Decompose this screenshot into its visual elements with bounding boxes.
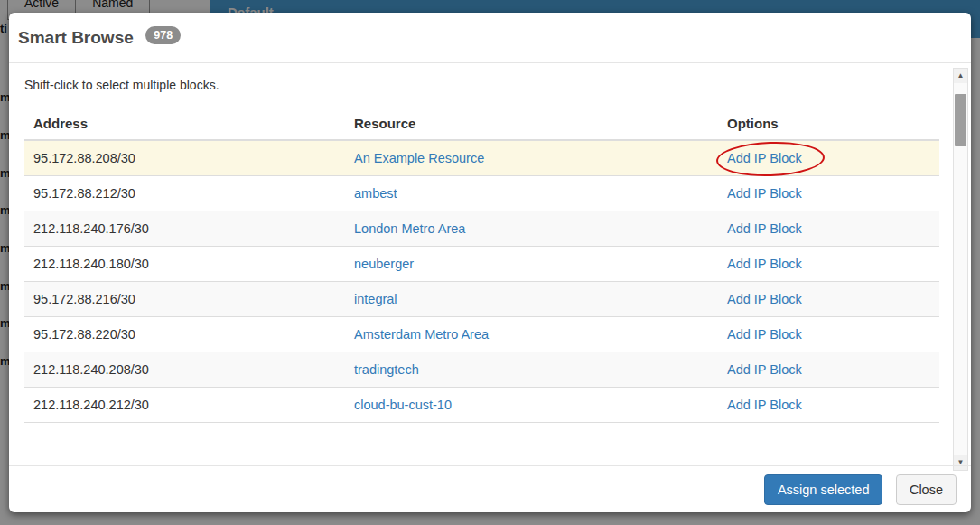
resource-link[interactable]: neuberger	[354, 257, 414, 271]
address-cell[interactable]: 95.172.88.212/30	[24, 176, 345, 211]
table-header-row: Address Resource Options	[24, 108, 939, 140]
add-ip-block-link[interactable]: Add IP Block	[727, 151, 802, 165]
table-row[interactable]: 212.118.240.180/30 neuberger Add IP Bloc…	[24, 247, 939, 282]
column-header-resource: Resource	[345, 108, 718, 140]
resource-link[interactable]: ambest	[354, 186, 397, 201]
address-cell[interactable]: 212.118.240.212/30	[24, 388, 345, 423]
scrollbar-up-arrow-icon[interactable]: ▲	[954, 69, 967, 83]
table-row[interactable]: 212.118.240.176/30 London Metro Area Add…	[24, 211, 939, 247]
add-ip-block-link[interactable]: Add IP Block	[727, 398, 802, 412]
scrollbar-thumb[interactable]	[955, 94, 966, 146]
resource-link[interactable]: Amsterdam Metro Area	[354, 327, 489, 342]
address-cell[interactable]: 95.172.88.220/30	[24, 317, 345, 352]
table-row[interactable]: 212.118.240.212/30 cloud-bu-cust-10 Add …	[24, 388, 939, 423]
resource-link[interactable]: integral	[354, 292, 397, 306]
modal-footer: Assign selected Close	[9, 465, 971, 512]
table-row[interactable]: 95.172.88.220/30 Amsterdam Metro Area Ad…	[24, 317, 939, 352]
smart-browse-modal: Smart Browse 978 Shift-click to select m…	[9, 13, 971, 512]
assign-selected-button[interactable]: Assign selected	[764, 474, 883, 505]
block-count-badge: 978	[145, 26, 181, 44]
scrollbar-track[interactable]	[954, 83, 967, 455]
modal-header: Smart Browse 978	[9, 13, 971, 63]
table-row[interactable]: 95.172.88.216/30 integral Add IP Block	[24, 282, 939, 317]
add-ip-block-link[interactable]: Add IP Block	[727, 257, 802, 271]
column-header-address: Address	[24, 108, 345, 140]
table-row[interactable]: 95.172.88.212/30 ambest Add IP Block	[24, 176, 939, 211]
add-ip-block-link[interactable]: Add IP Block	[727, 327, 802, 342]
add-ip-block-link[interactable]: Add IP Block	[727, 186, 802, 201]
modal-scrollbar[interactable]: ▲ ▼	[953, 68, 968, 471]
modal-body: Shift-click to select multiple blocks. A…	[9, 63, 971, 423]
resource-link[interactable]: London Metro Area	[354, 221, 465, 236]
blocks-table: Address Resource Options 95.172.88.208/3…	[24, 108, 939, 423]
resource-link[interactable]: tradingtech	[354, 362, 419, 377]
modal-title: Smart Browse	[18, 28, 134, 47]
address-cell[interactable]: 212.118.240.180/30	[24, 247, 345, 282]
add-ip-block-link[interactable]: Add IP Block	[727, 221, 802, 236]
address-cell[interactable]: 95.172.88.208/30	[24, 140, 345, 176]
address-cell[interactable]: 212.118.240.176/30	[24, 211, 345, 247]
table-row[interactable]: 212.118.240.208/30 tradingtech Add IP Bl…	[24, 352, 939, 388]
add-ip-block-link[interactable]: Add IP Block	[727, 292, 802, 306]
close-button[interactable]: Close	[896, 474, 957, 505]
address-cell[interactable]: 95.172.88.216/30	[24, 282, 345, 317]
address-cell[interactable]: 212.118.240.208/30	[24, 352, 345, 388]
add-ip-block-link[interactable]: Add IP Block	[727, 362, 802, 377]
column-header-options: Options	[718, 108, 939, 140]
resource-link[interactable]: An Example Resource	[354, 151, 484, 165]
instruction-text: Shift-click to select multiple blocks.	[24, 78, 930, 92]
resource-link[interactable]: cloud-bu-cust-10	[354, 398, 452, 412]
table-row[interactable]: 95.172.88.208/30 An Example Resource Add…	[24, 140, 939, 176]
